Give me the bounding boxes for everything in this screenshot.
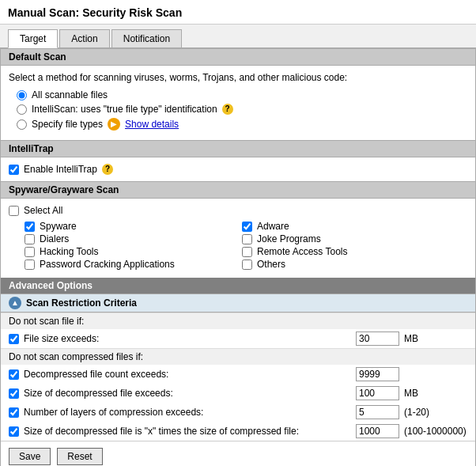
scan-method-group: All scannable files IntelliScan: uses "t… (9, 85, 467, 135)
scan-restriction-label: Scan Restriction Criteria (26, 297, 137, 309)
reset-button[interactable]: Reset (57, 448, 102, 465)
decompressed-size-checkbox[interactable] (9, 388, 19, 399)
radio-intelliscan-label: IntelliScan: uses "true file type" ident… (32, 104, 217, 115)
spyware-joke-label: Joke Programs (257, 233, 321, 244)
show-details-icon[interactable]: ▶ (108, 118, 120, 131)
tab-content: Default Scan Select a method for scannin… (0, 48, 476, 466)
file-size-row: File size exceeds: MB (1, 329, 475, 348)
intelliscan-info-icon[interactable]: ? (222, 104, 233, 115)
radio-specify-files-label: Specify file types (32, 119, 103, 130)
spyware-spyware-checkbox[interactable] (25, 222, 35, 232)
spyware-others-checkbox[interactable] (242, 260, 252, 270)
default-scan-description: Select a method for scanning viruses, wo… (9, 70, 467, 85)
collapse-icon[interactable]: ▲ (9, 297, 21, 309)
radio-intelliscan-input[interactable] (17, 104, 27, 115)
tab-notification[interactable]: Notification (111, 29, 182, 47)
spyware-remote-label: Remote Access Tools (257, 246, 348, 257)
radio-all-scannable-input[interactable] (17, 90, 27, 100)
spyware-adware-row: Adware (242, 221, 451, 232)
compression-layers-checkbox[interactable] (9, 407, 19, 418)
spyware-remote-row: Remote Access Tools (242, 246, 451, 257)
select-all-checkbox[interactable] (9, 206, 19, 216)
compression-layers-unit: (1-20) (404, 407, 467, 418)
default-scan-body: Select a method for scanning viruses, wo… (1, 66, 475, 140)
size-ratio-row: Size of decompressed file is "x" times t… (1, 422, 475, 441)
scan-restriction-header: ▲ Scan Restriction Criteria (1, 294, 475, 313)
file-size-input[interactable] (356, 332, 399, 346)
intellitrap-header: IntelliTrap (1, 140, 475, 157)
compressed-count-input[interactable] (356, 367, 399, 381)
spyware-spyware-label: Spyware (40, 221, 77, 232)
spyware-spyware-row: Spyware (25, 221, 234, 232)
file-size-checkbox[interactable] (9, 334, 19, 344)
spyware-dialers-label: Dialers (40, 233, 69, 244)
select-all-row: Select All (9, 203, 467, 218)
spyware-joke-row: Joke Programs (242, 233, 451, 244)
advanced-options-header: Advanced Options (1, 278, 475, 294)
spyware-grid: Spyware Adware Dialers Joke Programs Hac… (9, 218, 467, 273)
decompressed-size-input[interactable] (356, 386, 399, 400)
compression-layers-row: Number of layers of compression exceeds:… (1, 403, 475, 422)
intellitrap-info-icon[interactable]: ? (102, 164, 113, 175)
save-button[interactable]: Save (9, 448, 51, 465)
spyware-dialers-checkbox[interactable] (25, 234, 35, 244)
size-ratio-label: Size of decompressed file is "x" times t… (24, 426, 351, 437)
spyware-dialers-row: Dialers (25, 233, 234, 244)
spyware-others-row: Others (242, 259, 451, 270)
tab-bar: Target Action Notification (0, 25, 476, 48)
footer: Save Reset (1, 441, 475, 466)
size-ratio-checkbox[interactable] (9, 426, 19, 437)
radio-all-scannable: All scannable files (17, 88, 459, 102)
spyware-adware-checkbox[interactable] (242, 222, 252, 232)
scan-restriction: ▲ Scan Restriction Criteria Do not scan … (1, 294, 475, 441)
spyware-joke-checkbox[interactable] (242, 234, 252, 244)
file-size-label: File size exceeds: (24, 333, 351, 344)
decompressed-size-label: Size of decompressed file exceeds: (24, 388, 351, 399)
radio-all-scannable-label: All scannable files (32, 89, 108, 100)
decompressed-size-unit: MB (404, 388, 467, 399)
size-ratio-input[interactable] (356, 424, 399, 438)
show-details-link[interactable]: Show details (125, 119, 179, 130)
compression-layers-label: Number of layers of compression exceeds: (24, 407, 351, 418)
do-not-scan-label: Do not scan file if: (1, 313, 475, 329)
tab-target[interactable]: Target (8, 29, 58, 48)
default-scan-header: Default Scan (1, 48, 475, 66)
select-all-label: Select All (24, 205, 62, 216)
spyware-body: Select All Spyware Adware Dialers Joke P… (1, 199, 475, 278)
spyware-hacking-label: Hacking Tools (40, 246, 98, 257)
spyware-password-checkbox[interactable] (25, 260, 35, 270)
size-ratio-unit: (100-1000000) (404, 426, 467, 437)
spyware-remote-checkbox[interactable] (242, 247, 252, 257)
file-size-unit: MB (404, 333, 467, 344)
intellitrap-checkbox[interactable] (9, 165, 19, 175)
spyware-header: Spyware/Grayware Scan (1, 181, 475, 199)
spyware-password-label: Password Cracking Applications (40, 259, 175, 270)
intellitrap-body: Enable IntelliTrap ? (1, 157, 475, 181)
intellitrap-enable-label: Enable IntelliTrap (24, 164, 97, 175)
compression-layers-input[interactable] (356, 405, 399, 419)
radio-intelliscan: IntelliScan: uses "true file type" ident… (17, 102, 459, 116)
tab-action[interactable]: Action (59, 29, 109, 47)
compressed-count-row: Decompressed file count exceeds: (1, 365, 475, 384)
spyware-others-label: Others (257, 259, 285, 270)
intellitrap-enable-row: Enable IntelliTrap ? (9, 162, 467, 176)
radio-specify-files: Specify file types ▶ Show details (17, 116, 459, 132)
do-not-scan-compressed-label: Do not scan compressed files if: (1, 348, 475, 365)
spyware-hacking-row: Hacking Tools (25, 246, 234, 257)
spyware-hacking-checkbox[interactable] (25, 247, 35, 257)
compressed-count-checkbox[interactable] (9, 369, 19, 380)
compressed-count-label: Decompressed file count exceeds: (24, 369, 351, 380)
radio-specify-files-input[interactable] (17, 119, 27, 130)
spyware-password-row: Password Cracking Applications (25, 259, 234, 270)
page-title: Manual Scan: Security Risk Scan (0, 0, 476, 25)
decompressed-size-row: Size of decompressed file exceeds: MB (1, 384, 475, 403)
spyware-adware-label: Adware (257, 221, 289, 232)
